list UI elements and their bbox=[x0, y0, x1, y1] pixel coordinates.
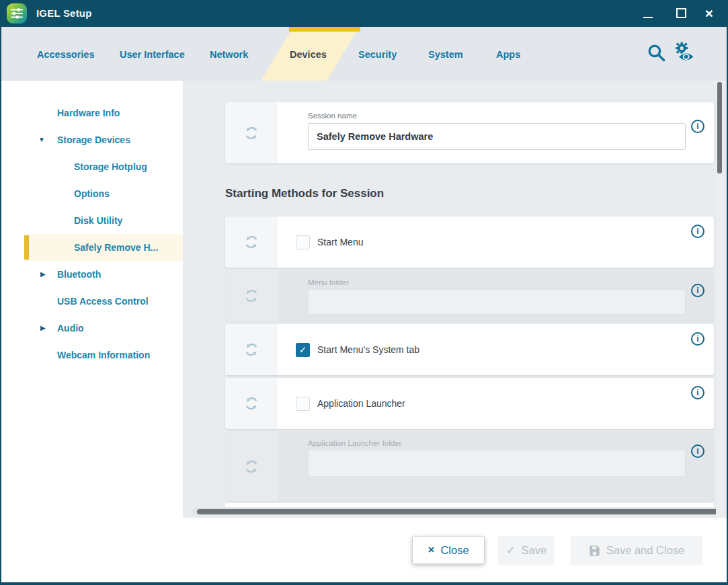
start-menu-system-tab-row: ✓ Start Menu's System tab i bbox=[225, 324, 714, 375]
param-reset-panel bbox=[225, 102, 278, 163]
minimize-button[interactable] bbox=[637, 0, 659, 27]
save-button-label: Save bbox=[522, 544, 547, 557]
close-button-label: Close bbox=[440, 544, 469, 557]
horizontal-scrollbar-thumb[interactable] bbox=[197, 509, 721, 514]
igel-logo-icon bbox=[7, 3, 27, 24]
close-x-icon: × bbox=[428, 543, 434, 557]
sidebar-item-label: Options bbox=[74, 188, 110, 199]
tab-network[interactable]: Network bbox=[210, 48, 248, 61]
param-reset-panel bbox=[225, 270, 278, 321]
minimize-icon bbox=[643, 17, 653, 18]
param-reset-panel bbox=[225, 378, 278, 429]
vertical-scrollbar-thumb[interactable] bbox=[717, 82, 722, 173]
sidebar-item-usb-access-control[interactable]: USB Access Control bbox=[0, 288, 183, 315]
application-launcher-folder-row: Application Launcher folder i bbox=[225, 432, 714, 501]
sidebar-item-options[interactable]: Options bbox=[0, 180, 183, 207]
application-launcher-row: Application Launcher i bbox=[225, 378, 714, 429]
close-window-button[interactable]: × bbox=[698, 0, 721, 27]
sidebar-item-label: Hardware Info bbox=[57, 108, 120, 118]
main-tab-bar: Accessories User Interface Network Devic… bbox=[0, 27, 728, 81]
application-launcher-folder-label: Application Launcher folder bbox=[308, 439, 401, 447]
application-launcher-folder-input[interactable] bbox=[308, 450, 686, 477]
refresh-icon[interactable] bbox=[243, 341, 260, 358]
checkbox-label: Start Menu bbox=[317, 237, 363, 247]
sidebar-item-webcam-information[interactable]: Webcam Information bbox=[0, 342, 183, 368]
start-menu-checkbox[interactable] bbox=[296, 235, 310, 249]
selected-item-bar bbox=[24, 235, 29, 260]
session-name-label: Session name bbox=[308, 112, 357, 120]
sidebar-item-disk-utility[interactable]: Disk Utility bbox=[0, 207, 183, 234]
checkbox-label: Start Menu's System tab bbox=[317, 344, 419, 355]
sidebar-item-label: Bluetooth bbox=[57, 269, 101, 280]
tab-system[interactable]: System bbox=[428, 48, 463, 61]
start-menu-row: Start Menu i bbox=[225, 217, 714, 268]
sidebar-item-label: Webcam Information bbox=[57, 350, 150, 360]
save-and-close-button[interactable]: Save and Close bbox=[571, 536, 702, 564]
sidebar-item-hardware-info[interactable]: Hardware Info bbox=[0, 100, 183, 126]
info-icon[interactable]: i bbox=[691, 444, 704, 458]
info-icon[interactable]: i bbox=[691, 284, 704, 297]
save-disk-icon bbox=[589, 545, 600, 556]
section-heading: Starting Methods for Session bbox=[225, 187, 384, 200]
sidebar-item-label: Storage Hotplug bbox=[74, 161, 147, 172]
sidebar-item-safely-remove-hardware[interactable]: Safely Remove H... bbox=[24, 234, 183, 261]
param-reset-panel bbox=[225, 432, 278, 501]
title-bar: IGEL Setup × bbox=[0, 0, 728, 27]
settings-tree-sidebar: Hardware Info ▼Storage Devices Storage H… bbox=[0, 81, 183, 518]
sidebar-item-bluetooth[interactable]: ▶Bluetooth bbox=[0, 261, 183, 288]
refresh-icon[interactable] bbox=[243, 395, 260, 412]
info-icon[interactable]: i bbox=[691, 332, 704, 346]
maximize-icon bbox=[676, 8, 686, 18]
settings-visibility-icon[interactable] bbox=[672, 41, 697, 64]
sidebar-item-label: Storage Devices bbox=[57, 134, 130, 145]
sidebar-item-storage-devices[interactable]: ▼Storage Devices bbox=[0, 126, 183, 153]
session-name-input[interactable] bbox=[308, 123, 686, 150]
sidebar-item-label: Disk Utility bbox=[74, 215, 122, 226]
refresh-icon[interactable] bbox=[243, 124, 260, 142]
active-tab-top-bar bbox=[289, 27, 360, 32]
check-icon: ✓ bbox=[299, 344, 307, 355]
caret-right-icon[interactable]: ▶ bbox=[40, 315, 46, 342]
check-icon: ✓ bbox=[506, 544, 516, 557]
search-icon[interactable] bbox=[647, 42, 667, 64]
tab-apps[interactable]: Apps bbox=[496, 48, 520, 61]
refresh-icon[interactable] bbox=[243, 458, 260, 475]
sidebar-item-label: USB Access Control bbox=[57, 296, 149, 307]
info-icon[interactable]: i bbox=[691, 386, 704, 399]
info-icon[interactable]: i bbox=[691, 225, 704, 238]
caret-right-icon[interactable]: ▶ bbox=[40, 261, 46, 288]
window-title: IGEL Setup bbox=[36, 0, 92, 27]
sidebar-item-label: Audio bbox=[57, 323, 84, 334]
next-row-partial bbox=[225, 503, 714, 507]
igel-setup-window: IGEL Setup × Accessories User Interface … bbox=[0, 0, 728, 585]
sidebar-item-audio[interactable]: ▶Audio bbox=[0, 315, 183, 342]
sidebar-item-label: Safely Remove H... bbox=[74, 242, 158, 253]
sidebar-item-storage-hotplug[interactable]: Storage Hotplug bbox=[0, 153, 183, 180]
close-button[interactable]: × Close bbox=[412, 536, 485, 564]
menu-folder-label: Menu folder bbox=[308, 278, 349, 286]
menu-folder-input[interactable] bbox=[308, 289, 686, 315]
checkbox-label: Application Launcher bbox=[317, 398, 405, 409]
info-icon[interactable]: i bbox=[691, 120, 704, 133]
refresh-icon[interactable] bbox=[243, 233, 260, 251]
tab-accessories[interactable]: Accessories bbox=[37, 48, 94, 61]
system-tab-checkbox[interactable]: ✓ bbox=[296, 343, 310, 357]
param-reset-panel bbox=[225, 217, 278, 268]
session-name-row: Session name i bbox=[225, 102, 714, 163]
application-launcher-checkbox[interactable] bbox=[296, 397, 310, 411]
maximize-button[interactable] bbox=[671, 0, 691, 27]
param-reset-panel bbox=[225, 324, 278, 375]
menu-folder-row: Menu folder i bbox=[225, 270, 714, 321]
caret-down-icon[interactable]: ▼ bbox=[38, 126, 45, 153]
footer-bar: × Close ✓ Save Save and Close bbox=[0, 518, 728, 585]
tab-user-interface[interactable]: User Interface bbox=[120, 48, 185, 61]
tab-security[interactable]: Security bbox=[358, 48, 397, 61]
tab-devices[interactable]: Devices bbox=[290, 48, 327, 61]
refresh-icon[interactable] bbox=[243, 287, 260, 305]
save-and-close-button-label: Save and Close bbox=[606, 544, 685, 557]
save-button[interactable]: ✓ Save bbox=[498, 536, 555, 564]
